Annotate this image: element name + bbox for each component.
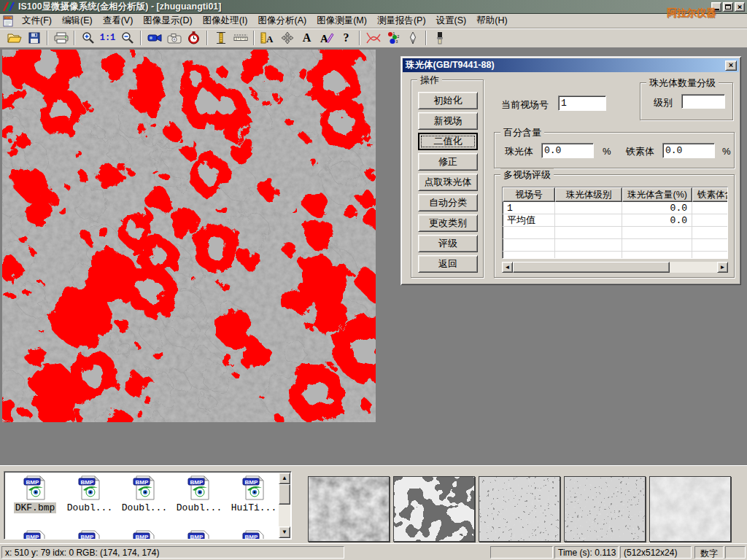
header-ferrite-pct[interactable]: 铁素体含量(%): [692, 187, 728, 202]
scroll-down-button[interactable]: ▼: [279, 526, 290, 538]
percentage-group-label: 百分含量: [500, 126, 544, 139]
gallery-thumbnail[interactable]: [308, 476, 390, 542]
table-hscrollbar[interactable]: ◄ ►: [502, 262, 728, 273]
save-icon[interactable]: [24, 29, 44, 47]
auto-classify-button[interactable]: 自动分类: [418, 194, 478, 211]
scroll-left-button[interactable]: ◄: [502, 262, 513, 273]
file-item[interactable]: BMP: [173, 530, 225, 540]
pick-pearlite-button[interactable]: 点取珠光体: [418, 174, 478, 191]
new-field-button[interactable]: 新视场: [418, 112, 478, 130]
return-button[interactable]: 返回: [418, 255, 478, 273]
binarize-button[interactable]: 二值化: [418, 133, 478, 150]
gallery-thumbnail[interactable]: [393, 476, 475, 542]
measure-scale-icon[interactable]: A: [258, 29, 277, 47]
grading-group-label: 珠光体数量分级: [646, 77, 719, 90]
brush-icon[interactable]: [430, 29, 449, 47]
level-input[interactable]: [681, 94, 725, 109]
current-field-input[interactable]: 1: [558, 96, 606, 111]
zoom-in-icon[interactable]: [78, 29, 98, 47]
menu-bar: DOC 文件(F) 编辑(E) 查看(V) 图像显示(D) 图像处理(I) 图像…: [0, 14, 747, 28]
move-icon[interactable]: [277, 29, 297, 47]
multi-field-group-label: 多视场评级: [500, 168, 554, 182]
zoom-out-icon[interactable]: [117, 29, 137, 47]
curve-tool-icon[interactable]: [363, 29, 383, 47]
initialize-button[interactable]: 初始化: [418, 92, 478, 109]
menu-settings[interactable]: 设置(S): [431, 13, 472, 28]
menu-help[interactable]: 帮助(H): [471, 13, 512, 28]
gallery-thumbnail[interactable]: [479, 476, 560, 542]
rgb-points-icon[interactable]: 123: [383, 29, 403, 47]
file-name[interactable]: HuiTi...: [230, 502, 278, 513]
capture-camera-icon[interactable]: [164, 29, 184, 47]
table-row[interactable]: 1 0.0: [503, 202, 727, 214]
file-item[interactable]: BMP Doubl...: [63, 475, 116, 513]
file-item[interactable]: BMP HuiTi...: [228, 475, 280, 513]
window-title: IS100显微摄像系统(金相分析版) - [zhuguangti01]: [18, 1, 221, 13]
document-icon[interactable]: DOC: [3, 15, 14, 27]
help-icon[interactable]: ?: [336, 29, 356, 47]
svg-text:A: A: [320, 33, 328, 44]
video-camera-icon[interactable]: [144, 29, 164, 47]
header-pearlite-level[interactable]: 珠光体级别: [555, 187, 622, 202]
ferrite-label: 铁素体: [626, 145, 654, 158]
actual-size-icon[interactable]: 1:1: [98, 29, 117, 47]
ferrite-percent-input[interactable]: 0.0: [662, 143, 715, 158]
table-row[interactable]: [503, 239, 727, 252]
file-item[interactable]: BMP: [9, 530, 61, 540]
toolbar-separator: [206, 31, 208, 45]
file-name[interactable]: Doubl...: [120, 502, 169, 513]
correct-button[interactable]: 修正: [418, 153, 478, 171]
bmp-file-icon: BMP: [132, 475, 157, 500]
menu-measure-report[interactable]: 测量报告(P): [372, 13, 431, 28]
scrollbar-thumb[interactable]: [279, 484, 290, 505]
file-item[interactable]: BMP Doubl...: [118, 475, 171, 513]
table-row[interactable]: [503, 252, 727, 259]
rate-button[interactable]: 评级: [418, 235, 478, 252]
gallery-thumbnail[interactable]: [564, 476, 646, 542]
table-row[interactable]: [503, 227, 727, 239]
annotate-icon[interactable]: A: [317, 29, 336, 47]
caliper-vertical-icon[interactable]: [211, 29, 231, 47]
scroll-up-button[interactable]: ▲: [279, 472, 290, 484]
timer-icon[interactable]: [184, 29, 204, 47]
menu-image-analysis[interactable]: 图像分析(A): [252, 13, 311, 28]
open-icon[interactable]: [4, 29, 24, 47]
file-list-scrollbar[interactable]: ▲ ▼: [279, 472, 290, 538]
file-item[interactable]: BMP DKF.bmp: [9, 475, 61, 513]
header-pearlite-pct[interactable]: 珠光体含量(%): [622, 187, 692, 202]
watermark: 阿拉尔仪器: [667, 7, 716, 20]
scroll-right-button[interactable]: ►: [717, 262, 728, 273]
pearlite-percent-input[interactable]: 0.0: [541, 143, 594, 158]
pen-tool-icon[interactable]: [403, 29, 422, 47]
status-empty: [490, 546, 553, 559]
text-icon[interactable]: A: [297, 29, 317, 47]
print-icon[interactable]: [51, 29, 71, 47]
caliper-horizontal-icon[interactable]: [231, 29, 250, 47]
gallery-thumbnail[interactable]: [649, 476, 731, 542]
table-row[interactable]: 平均值 0.0: [503, 214, 727, 227]
dialog-close-button[interactable]: ×: [725, 61, 737, 71]
menu-view[interactable]: 查看(V): [98, 13, 139, 28]
cell-pearlite-pct: 0.0: [622, 202, 692, 214]
header-field-no[interactable]: 视场号: [503, 187, 555, 202]
file-name[interactable]: DKF.bmp: [14, 502, 57, 513]
menu-edit[interactable]: 编辑(E): [57, 13, 98, 28]
file-name[interactable]: Doubl...: [66, 502, 114, 513]
menu-image-measure[interactable]: 图像测量(M): [311, 13, 372, 28]
scrollbar-thumb[interactable]: [513, 262, 670, 273]
maximize-button[interactable]: [723, 2, 733, 12]
file-item[interactable]: BMP Doubl...: [173, 475, 225, 513]
file-item[interactable]: BMP: [228, 530, 280, 540]
menu-image-display[interactable]: 图像显示(D): [138, 13, 197, 28]
toolbar: 1:1 A A A ? 123: [0, 28, 747, 48]
file-item[interactable]: BMP: [118, 530, 171, 540]
dialog-title-bar[interactable]: 珠光体(GB/T9441-88) ×: [403, 58, 739, 72]
file-listbox[interactable]: BMP DKF.bmp BMP Doubl... BMP Doubl... BM…: [4, 471, 292, 540]
file-item[interactable]: BMP: [63, 530, 116, 540]
menu-file[interactable]: 文件(F): [17, 13, 57, 28]
file-name[interactable]: Doubl...: [175, 502, 223, 513]
change-class-button[interactable]: 更改类别: [418, 214, 478, 232]
menu-image-processing[interactable]: 图像处理(I): [198, 13, 253, 28]
close-button[interactable]: ×: [735, 2, 745, 12]
image-canvas[interactable]: [2, 50, 376, 422]
